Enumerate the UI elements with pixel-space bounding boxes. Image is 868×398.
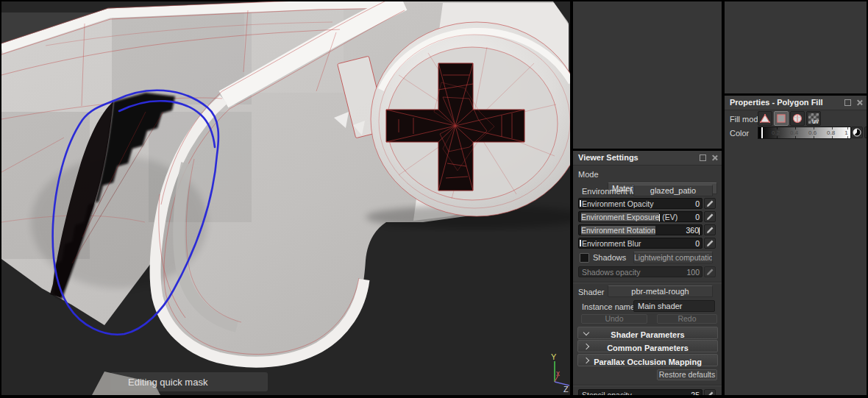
- stencil-opacity-value: 25: [691, 391, 700, 395]
- env-rotation-row: Environment Rotation 360: [578, 224, 716, 235]
- properties-window: Properties - Polygon Fill Fill mode UV C…: [725, 96, 867, 395]
- chevron-right-icon: [583, 358, 589, 363]
- gradient-cursor[interactable]: [761, 127, 763, 138]
- undock-icon[interactable]: [844, 99, 851, 106]
- env-exposure-suffix: (EV): [660, 213, 677, 221]
- section-label: Parallax Occlusion Mapping: [594, 358, 702, 366]
- text-cursor: [580, 240, 581, 246]
- contrast-icon: [853, 128, 861, 137]
- shader-value: pbr-metal-rough: [631, 287, 689, 296]
- shader-button[interactable]: pbr-metal-rough: [608, 285, 713, 297]
- axis-y-label: Y: [551, 352, 557, 361]
- chevron-right-icon: [583, 344, 589, 349]
- axis-x-label: x: [556, 369, 560, 377]
- fill-mode-object-button[interactable]: [790, 111, 805, 126]
- shadows-label: Shadows: [593, 253, 626, 262]
- status-text: Editing quick mask: [128, 377, 208, 388]
- env-blur-row: Environment Blur 0: [578, 238, 716, 249]
- pencil-icon: [707, 240, 714, 246]
- divider: [573, 385, 722, 386]
- env-blur-slider[interactable]: Environment Blur 0: [578, 238, 702, 249]
- shadows-opacity-label: Shadows opacity: [582, 268, 640, 277]
- undo-button[interactable]: Undo: [581, 314, 647, 324]
- viewer-settings-titlebar[interactable]: Viewer Settings: [573, 151, 722, 166]
- env-exposure-slider[interactable]: Environment Exposure (EV) 0: [578, 211, 702, 222]
- fill-mode-uv-button[interactable]: UV: [806, 111, 821, 126]
- stencil-opacity-label: Stencil opacity: [582, 391, 632, 395]
- env-opacity-label: Environment Opacity: [582, 199, 653, 208]
- uv-icon-label: UV: [812, 119, 819, 124]
- env-rotation-value: 360: [686, 226, 699, 235]
- color-contrast-button[interactable]: [851, 127, 863, 138]
- shadows-opacity-slider[interactable]: Shadows opacity 100: [578, 266, 702, 277]
- env-opacity-edit-button[interactable]: [704, 198, 716, 209]
- properties-titlebar[interactable]: Properties - Polygon Fill: [725, 96, 867, 110]
- redo-button[interactable]: Redo: [657, 314, 717, 324]
- tick-label: 0.6: [808, 129, 817, 136]
- instance-name-label: Instance name: [582, 302, 635, 311]
- shadows-mode-value: Lightweight computation: [634, 253, 713, 262]
- object-fill-icon: [792, 113, 803, 124]
- section-shader-parameters[interactable]: Shader Parameters: [577, 327, 718, 339]
- viewport-canvas: Editing quick mask Y x Z: [1, 1, 570, 395]
- text-cursor: [699, 227, 700, 235]
- empty-dock-panel: [725, 1, 867, 93]
- color-label: Color: [730, 129, 749, 138]
- env-exposure-value: 0: [695, 213, 700, 221]
- restore-defaults-button[interactable]: Restore defaults: [657, 369, 717, 380]
- close-icon[interactable]: [856, 99, 863, 106]
- env-blur-edit-button[interactable]: [704, 238, 716, 249]
- mode-label: Mode: [578, 170, 599, 179]
- divider: [573, 282, 722, 283]
- close-icon[interactable]: [711, 154, 718, 161]
- envmap-button[interactable]: glazed_patio: [633, 185, 713, 196]
- env-rotation-edit-button[interactable]: [704, 224, 716, 235]
- fill-mode-square-button[interactable]: [774, 111, 789, 126]
- section-parallax-occlusion[interactable]: Parallax Occlusion Mapping: [577, 354, 718, 366]
- env-exposure-row: Environment Exposure (EV) 0: [578, 211, 716, 222]
- shadows-opacity-row: Shadows opacity 100: [578, 266, 716, 277]
- section-common-parameters[interactable]: Common Parameters: [577, 340, 718, 352]
- pencil-icon: [707, 269, 714, 275]
- tick-label: 0.4: [790, 129, 798, 136]
- env-opacity-value: 0: [695, 199, 700, 208]
- viewer-settings-title: Viewer Settings: [578, 153, 638, 162]
- section-label: Common Parameters: [607, 344, 689, 352]
- color-gradient-slider[interactable]: 0.2 0.4 0.6 0.8 1: [758, 127, 851, 139]
- square-fill-icon: [776, 113, 786, 124]
- undock-icon[interactable]: [700, 154, 706, 161]
- 3d-viewport[interactable]: Editing quick mask Y x Z: [1, 1, 570, 395]
- shadows-opacity-edit-button[interactable]: [704, 266, 716, 277]
- env-rotation-slider[interactable]: Environment Rotation 360: [578, 224, 702, 235]
- stencil-opacity-row: Stencil opacity 25: [578, 389, 716, 395]
- env-opacity-slider[interactable]: Environment Opacity 0: [578, 198, 702, 209]
- env-opacity-row: Environment Opacity 0: [578, 198, 716, 209]
- pencil-icon: [707, 391, 714, 395]
- text-cursor: [580, 200, 581, 207]
- triangle-fill-icon: [760, 113, 770, 124]
- fill-mode-triangle-button[interactable]: [758, 111, 772, 126]
- tick-label: 0.2: [772, 129, 780, 136]
- env-blur-value: 0: [695, 239, 700, 248]
- shader-label: Shader: [578, 288, 604, 296]
- pencil-icon: [707, 200, 714, 207]
- envmap-value: glazed_patio: [650, 186, 696, 195]
- section-label: Shader Parameters: [611, 330, 684, 339]
- env-exposure-label: Environment Exposure: [581, 213, 659, 221]
- status-message: Editing quick mask: [110, 372, 268, 391]
- instance-name-field[interactable]: Main shader: [633, 300, 715, 312]
- tick-label: 0.8: [827, 129, 835, 136]
- env-exposure-edit-button[interactable]: [704, 211, 716, 222]
- chevron-down-icon: [583, 330, 589, 335]
- stencil-opacity-slider[interactable]: Stencil opacity 25: [578, 389, 702, 395]
- instance-name-value: Main shader: [638, 302, 683, 310]
- shadows-opacity-value: 100: [686, 268, 700, 277]
- axis-z-label: Z: [563, 385, 569, 394]
- stencil-opacity-edit-button[interactable]: [704, 389, 716, 395]
- shadows-mode-button[interactable]: Lightweight computation: [633, 252, 713, 263]
- pencil-icon: [707, 227, 714, 233]
- color-edit-button[interactable]: [864, 127, 867, 138]
- shadows-checkbox[interactable]: [580, 253, 589, 263]
- screw-boss: [371, 22, 570, 216]
- undo-label: Undo: [605, 314, 623, 323]
